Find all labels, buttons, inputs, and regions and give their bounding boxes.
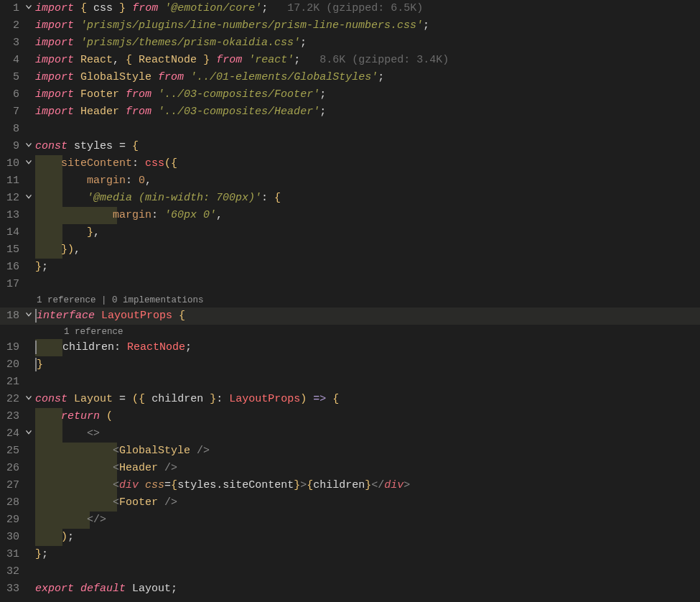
code-line[interactable]: 19 children: ReactNode; bbox=[0, 339, 700, 356]
code-line[interactable]: 10 siteContent: css({ bbox=[0, 155, 700, 172]
line-number: 1 bbox=[0, 0, 22, 17]
fold-icon[interactable] bbox=[22, 190, 35, 207]
code-line[interactable]: 22 const Layout = ({ children }: LayoutP… bbox=[0, 391, 700, 408]
code-line[interactable]: 28 <Footer /> bbox=[0, 494, 700, 511]
code-line[interactable]: 16 }; bbox=[0, 259, 700, 276]
fold-icon[interactable] bbox=[22, 425, 35, 443]
code-line[interactable]: 4 import React, { ReactNode } from 'reac… bbox=[0, 52, 700, 69]
code-line[interactable]: 8 bbox=[0, 121, 700, 138]
code-line[interactable]: 9 const styles = { bbox=[0, 138, 700, 155]
fold-icon[interactable] bbox=[22, 307, 35, 325]
fold-icon[interactable] bbox=[22, 155, 35, 172]
code-line[interactable]: 15 }), bbox=[0, 241, 700, 259]
code-line[interactable]: 7 import Header from '../03-composites/H… bbox=[0, 103, 700, 121]
code-line[interactable]: 12 '@media (min-width: 700px)': { bbox=[0, 190, 700, 207]
code-line[interactable]: 17 bbox=[0, 276, 700, 293]
code-line[interactable]: 14 }, bbox=[0, 224, 700, 241]
code-line[interactable]: 6 import Footer from '../03-composites/F… bbox=[0, 86, 700, 103]
codelens[interactable]: 1 reference bbox=[0, 325, 700, 339]
code-line[interactable]: 27 <div css={styles.siteContent}>{childr… bbox=[0, 477, 700, 494]
code-line[interactable]: 30 ); bbox=[0, 529, 700, 546]
code-line[interactable]: 1 import { css } from '@emotion/core'; 1… bbox=[0, 0, 700, 17]
code-line[interactable]: 31 }; bbox=[0, 546, 700, 563]
code-line[interactable]: 21 bbox=[0, 374, 700, 391]
code-line[interactable]: 24 <> bbox=[0, 425, 700, 443]
code-line[interactable]: 5 import GlobalStyle from '../01-element… bbox=[0, 69, 700, 86]
fold-icon[interactable] bbox=[22, 138, 35, 155]
code-line[interactable]: 13 margin: '60px 0', bbox=[0, 207, 700, 224]
code-line[interactable]: 23 return ( bbox=[0, 408, 700, 425]
code-line[interactable]: 26 <Header /> bbox=[0, 460, 700, 477]
size-hint: 8.6K (gzipped: 3.4K) bbox=[319, 54, 449, 66]
fold-icon[interactable] bbox=[22, 391, 35, 408]
code-line[interactable]: 25 <GlobalStyle /> bbox=[0, 443, 700, 460]
code-editor[interactable]: 1 import { css } from '@emotion/core'; 1… bbox=[0, 0, 700, 602]
code-line[interactable]: 20 } bbox=[0, 356, 700, 374]
code-line[interactable]: 2 import 'prismjs/plugins/line-numbers/p… bbox=[0, 17, 700, 34]
code-line[interactable]: 33 export default Layout; bbox=[0, 580, 700, 598]
code-line[interactable]: 11 margin: 0, bbox=[0, 172, 700, 190]
code-line[interactable]: 32 bbox=[0, 563, 700, 580]
code-line[interactable]: 29 </> bbox=[0, 511, 700, 529]
code-line[interactable]: 3 import 'prismjs/themes/prism-okaidia.c… bbox=[0, 34, 700, 52]
size-hint: 17.2K (gzipped: 6.5K) bbox=[287, 2, 423, 14]
codelens[interactable]: 1 reference | 0 implementations bbox=[0, 293, 700, 307]
code-line-active[interactable]: 18 interface LayoutProps { bbox=[0, 307, 700, 325]
fold-icon[interactable] bbox=[22, 0, 35, 17]
